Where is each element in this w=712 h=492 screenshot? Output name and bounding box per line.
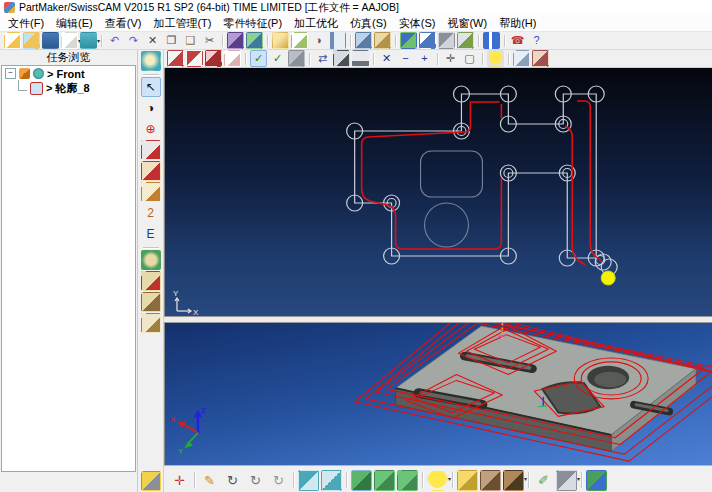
paste-icon[interactable]: ❑ [182,32,199,49]
pocket-feature-icon[interactable] [141,161,161,181]
part-features-icon[interactable] [272,32,289,49]
light-source-icon[interactable]: ▾ [427,470,448,491]
machine-config-icon[interactable] [438,32,455,49]
save-as-icon[interactable]: ▾ [61,32,78,49]
menu-item-6[interactable]: 仿真(S) [344,16,393,31]
thread-feature-icon[interactable]: 2 [141,203,161,223]
app-icon [4,2,15,13]
phone-support-icon[interactable]: ☎ [509,32,526,49]
flip-left-icon[interactable] [298,470,319,491]
menu-item-0[interactable]: 文件(F) [2,16,50,31]
undo-icon[interactable]: ↶ [106,32,123,49]
tree-item-contour-8[interactable]: > 轮廓_8 [2,81,135,96]
process-table-icon[interactable] [227,32,244,49]
show-toolpath-icon[interactable] [205,50,222,67]
deselect-features-icon[interactable] [288,50,305,67]
window-title: PartMaker/SwissCAM V2015 R1 SP2 (64-bit)… [19,1,399,15]
menu-item-5[interactable]: 加工优化 [288,16,344,31]
annotate-pen-icon[interactable]: ✐ [533,470,554,491]
toolbar-separator [293,472,294,488]
pocket-group-icon[interactable] [141,292,161,312]
verify-inside-icon[interactable] [513,50,530,67]
sketch-icon[interactable]: ✎ [199,470,220,491]
find-tool-icon[interactable]: ▾ [556,470,577,491]
delete-icon[interactable]: ✕ [144,32,161,49]
tool-display-icon[interactable] [141,51,161,71]
reverse-direction-icon[interactable]: ⇄ [314,50,331,67]
report-icon[interactable] [419,32,436,49]
view-toolbar: ✓✓⇄✕−+✛▢ [164,50,712,68]
show-features-icon[interactable] [186,50,203,67]
toolbar-separator [422,472,423,488]
export-icon[interactable] [355,32,372,49]
contour-feature-icon[interactable] [141,140,161,160]
top-view-icon[interactable] [374,470,395,491]
toolbar-separator [194,472,195,488]
render-folder-icon[interactable] [532,50,549,67]
tool-start-point-icon[interactable] [333,50,350,67]
archive-icon[interactable] [374,32,391,49]
contour-group-icon[interactable] [141,271,161,291]
zoom-window-icon[interactable]: ▢ [461,50,478,67]
camera-icon[interactable]: ▾ [503,470,524,491]
edit-sheet-icon[interactable] [291,32,308,49]
cycle-time-icon[interactable]: ◑ [310,32,327,49]
window-tiles-icon[interactable] [400,32,417,49]
post-config-icon[interactable] [457,32,474,49]
pan-icon[interactable]: ✛ [442,50,459,67]
pointer-icon[interactable]: ↖ [141,77,161,97]
iso-view-icon[interactable] [351,470,372,491]
split-view-icon[interactable] [483,32,500,49]
redo-icon[interactable]: ↷ [125,32,142,49]
zoom-in-icon[interactable]: + [416,50,433,67]
viewport-2d[interactable]: Y X [164,68,712,316]
collapse-icon[interactable]: − [5,68,16,79]
viewport-splitter[interactable] [164,316,712,323]
select-all-features-icon[interactable]: ✓ [269,50,286,67]
feature-toolbar: ↖◑⊕2E [138,50,164,492]
rotate-z-icon[interactable]: ↻ [268,470,289,491]
viewport-3d[interactable]: Z X Y [164,323,712,465]
drill-group-icon[interactable] [141,250,161,270]
select-feature-icon[interactable]: ✓ [250,50,267,67]
main-toolbar: ▾▾↶↷✕❐❑✂◑☎? [0,32,712,50]
inner-features-2d [421,151,483,247]
cut-icon[interactable]: ✂ [201,32,218,49]
menu-item-2[interactable]: 查看(V) [99,16,148,31]
measure-icon[interactable] [457,470,478,491]
snapshot-icon[interactable] [480,470,501,491]
tree-item-front[interactable]: − > Front [2,66,135,81]
zoom-previous-icon[interactable]: ✕ [378,50,395,67]
front-view-icon[interactable] [397,470,418,491]
quadrant-circle-icon[interactable]: ◑ [141,98,161,118]
rotate-x-icon[interactable]: ↻ [222,470,243,491]
csys-axis-icon[interactable]: ✛ [169,470,190,491]
help-icon[interactable]: ? [528,32,545,49]
menu-item-1[interactable]: 编辑(E) [50,16,99,31]
new-file-icon[interactable] [4,32,21,49]
flip-right-icon[interactable] [321,470,342,491]
copy-icon[interactable]: ❐ [163,32,180,49]
simulation-spring-icon[interactable] [141,471,161,491]
menu-item-4[interactable]: 零件特征(P) [217,16,288,31]
menu-item-7[interactable]: 实体(S) [393,16,442,31]
pattern-editor-icon[interactable] [246,32,263,49]
show-notes-icon[interactable] [224,50,241,67]
show-setups-icon[interactable] [167,50,184,67]
light-toggle-icon[interactable] [487,50,504,67]
face-feature-icon[interactable] [141,182,161,202]
drill-hole-icon[interactable]: ⊕ [141,119,161,139]
open-file-icon[interactable] [23,32,40,49]
face-group-icon[interactable] [141,313,161,333]
save-icon[interactable] [42,32,59,49]
print-icon[interactable]: ▾ [80,32,97,49]
simulate-icon[interactable] [586,470,607,491]
rotate-y-icon[interactable]: ↻ [245,470,266,491]
engrave-feature-icon[interactable]: E [141,224,161,244]
path-nodes-icon[interactable] [352,50,369,67]
menu-item-8[interactable]: 视窗(W) [441,16,493,31]
menu-item-3[interactable]: 加工管理(T) [147,16,217,31]
zoom-out-icon[interactable]: − [397,50,414,67]
menu-item-9[interactable]: 帮助(H) [493,16,542,31]
job-tree-icon[interactable] [329,32,346,49]
